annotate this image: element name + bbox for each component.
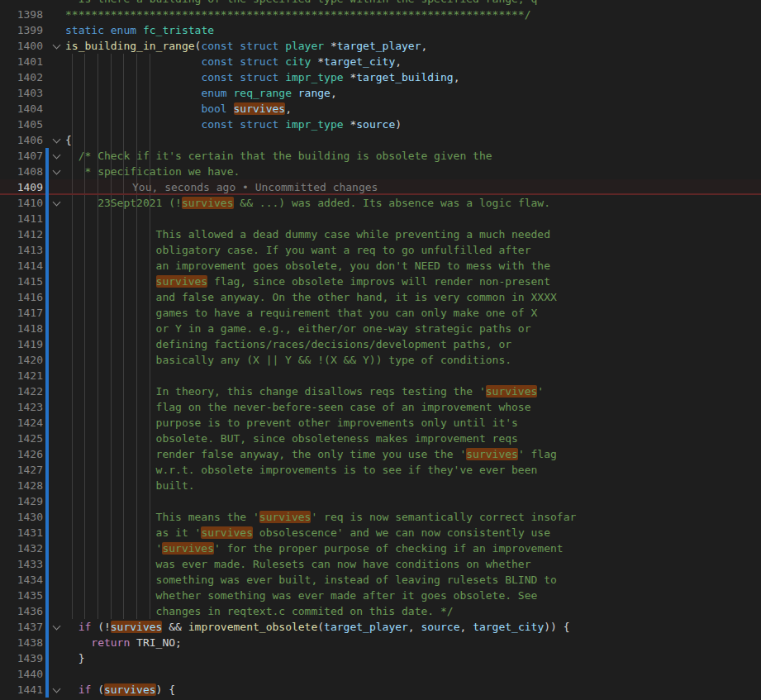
line-number[interactable]: 1403 <box>0 85 43 101</box>
code-line[interactable]: 1406{ <box>0 132 761 148</box>
code-line[interactable]: 1408 * specification we have. <box>0 164 761 179</box>
code-line[interactable]: 1400is_building_in_range(const struct pl… <box>0 38 761 54</box>
gutter-modified-indicator[interactable] <box>45 148 49 698</box>
line-number[interactable]: 1429 <box>0 493 43 509</box>
line-number[interactable]: 1398 <box>0 7 43 22</box>
code-line[interactable]: 1424 purpose is to prevent other improve… <box>0 415 761 431</box>
line-number[interactable]: 1404 <box>0 101 43 117</box>
line-number[interactable]: 1424 <box>0 415 43 431</box>
line-number[interactable]: 1436 <box>0 603 43 619</box>
code-line[interactable]: 1418 or Y in a game. e.g., either/or one… <box>0 321 761 336</box>
code-line[interactable]: 1436 changes in reqtext.c commited on th… <box>0 603 761 619</box>
code-line[interactable]: 1432 'survives' for the proper purpose o… <box>0 540 761 556</box>
fold-chevron-icon[interactable] <box>50 682 64 698</box>
fold-chevron-icon[interactable] <box>50 148 64 164</box>
line-number[interactable]: 1430 <box>0 509 43 525</box>
code-line[interactable]: 1410 23Sept2021 (!survives && ...) was a… <box>0 195 761 211</box>
line-number[interactable]: 1416 <box>0 289 43 305</box>
code-line[interactable]: 1438 return TRI_NO; <box>0 635 761 650</box>
code-line[interactable]: 1417 games to have a requirement that yo… <box>0 305 761 321</box>
code-line[interactable]: 1431 as it 'survives obsolescence' and w… <box>0 525 761 540</box>
code-text: changes in reqtext.c commited on this da… <box>65 603 454 619</box>
line-number[interactable]: 1434 <box>0 572 43 588</box>
code-line[interactable]: 1427 w.r.t. obsolete improvements is to … <box>0 462 761 478</box>
line-number[interactable]: 1427 <box>0 462 43 478</box>
line-number[interactable]: 1405 <box>0 117 43 132</box>
code-line[interactable]: 1439 } <box>0 650 761 666</box>
code-line[interactable]: 1433 was ever made. Rulesets can now hav… <box>0 556 761 572</box>
line-number[interactable]: 1441 <box>0 682 43 698</box>
line-number[interactable]: 1400 <box>0 38 43 54</box>
line-number[interactable]: 1431 <box>0 525 43 540</box>
code-line[interactable]: 1441 if (survives) { <box>0 682 761 698</box>
code-line[interactable]: 1398************************************… <box>0 7 761 22</box>
line-number[interactable]: 1412 <box>0 226 43 242</box>
line-number[interactable]: 1402 <box>0 69 43 85</box>
fold-chevron-icon[interactable] <box>50 38 64 54</box>
code-line[interactable]: 1437 if (!survives && improvement_obsole… <box>0 619 761 635</box>
code-line[interactable]: 1399static enum fc_tristate <box>0 22 761 38</box>
blame-annotation-row[interactable]: 1409You, seconds ago • Uncommitted chang… <box>0 179 761 195</box>
code-line[interactable]: 1435 whether something was ever made aft… <box>0 588 761 603</box>
line-number[interactable]: 1440 <box>0 666 43 682</box>
code-line[interactable]: 1440 <box>0 666 761 682</box>
line-number[interactable]: 1425 <box>0 431 43 446</box>
line-number[interactable]: 1439 <box>0 650 43 666</box>
line-number[interactable]: 1432 <box>0 540 43 556</box>
code-line[interactable]: 1404 bool survives, <box>0 101 761 117</box>
line-number[interactable]: 1426 <box>0 446 43 462</box>
code-line[interactable]: 1412 This allowed a dead dummy case whil… <box>0 226 761 242</box>
code-token: enum <box>111 24 136 36</box>
line-number[interactable]: 1419 <box>0 336 43 352</box>
line-number[interactable]: 1409 <box>0 179 43 195</box>
code-line[interactable]: 1426 render false anyway, the only time … <box>0 446 761 462</box>
line-number[interactable]: 1408 <box>0 164 43 179</box>
line-number[interactable]: 1438 <box>0 635 43 650</box>
code-line[interactable]: 1421 <box>0 368 761 383</box>
code-line[interactable]: 1411 <box>0 211 761 226</box>
code-line[interactable]: 1414 an improvement goes obsolete, you d… <box>0 258 761 274</box>
code-line[interactable]: 1416 and false anyway. On the other hand… <box>0 289 761 305</box>
code-line[interactable]: 1423 flag on the never-before-seen case … <box>0 399 761 415</box>
code-line[interactable]: 1419 defining factions/races/decisions/d… <box>0 336 761 352</box>
code-line[interactable]: 1405 const struct impr_type *source) <box>0 117 761 132</box>
line-number[interactable]: 1418 <box>0 321 43 336</box>
code-line[interactable]: 1422 In theory, this change disallows re… <box>0 383 761 399</box>
line-number[interactable]: 1399 <box>0 22 43 38</box>
code-line[interactable]: 1401 const struct city *target_city, <box>0 54 761 69</box>
code-line[interactable]: 1428 built. <box>0 478 761 493</box>
fold-chevron-icon[interactable] <box>50 619 64 635</box>
line-number[interactable]: 1417 <box>0 305 43 321</box>
code-line[interactable]: 1403 enum req_range range, <box>0 85 761 101</box>
line-number[interactable]: 1406 <box>0 132 43 148</box>
line-number[interactable]: 1433 <box>0 556 43 572</box>
line-number[interactable]: 1420 <box>0 352 43 368</box>
code-line[interactable]: 1425 obsolete. BUT, since obsoleteness m… <box>0 431 761 446</box>
code-line[interactable]: 1415 survives flag, since obsolete impro… <box>0 274 761 289</box>
line-number[interactable]: 1411 <box>0 211 43 226</box>
line-number[interactable]: 1401 <box>0 54 43 69</box>
code-line[interactable]: Is there a building of the specified typ… <box>0 0 761 7</box>
code-line[interactable]: 1402 const struct impr_type *target_buil… <box>0 69 761 85</box>
code-line[interactable]: 1434 something was ever built, instead o… <box>0 572 761 588</box>
code-line[interactable]: 1420 basically any (X || Y && !(X && Y))… <box>0 352 761 368</box>
line-number[interactable]: 1423 <box>0 399 43 415</box>
fold-chevron-icon[interactable] <box>50 195 64 211</box>
line-number[interactable]: 1414 <box>0 258 43 274</box>
line-number[interactable]: 1410 <box>0 195 43 211</box>
code-line[interactable]: 1430 This means the 'survives' req is no… <box>0 509 761 525</box>
fold-chevron-icon[interactable] <box>50 164 64 179</box>
line-number[interactable]: 1415 <box>0 274 43 289</box>
line-number[interactable]: 1407 <box>0 148 43 164</box>
line-number[interactable]: 1422 <box>0 383 43 399</box>
code-line[interactable]: 1429 <box>0 493 761 509</box>
line-number[interactable]: 1435 <box>0 588 43 603</box>
code-line[interactable]: 1407 /* Check if it's certain that the b… <box>0 148 761 164</box>
code-token: , <box>459 621 473 633</box>
code-line[interactable]: 1413 obligatory case. If you want a req … <box>0 242 761 258</box>
line-number[interactable]: 1428 <box>0 478 43 493</box>
line-number[interactable]: 1421 <box>0 368 43 383</box>
line-number[interactable]: 1413 <box>0 242 43 258</box>
fold-chevron-icon[interactable] <box>50 132 64 148</box>
line-number[interactable]: 1437 <box>0 619 43 635</box>
